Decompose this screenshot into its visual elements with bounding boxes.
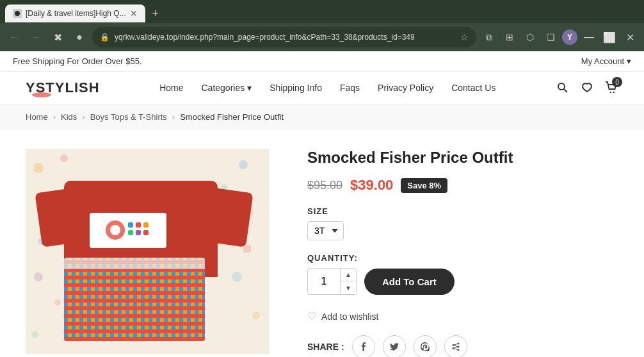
product-section: Smocked Fisher Price Outfit $95.00 $39.0… [0,129,644,357]
wishlist-row[interactable]: ♡ Add to wishlist [307,310,618,322]
price-row: $95.00 $39.00 Save 8% [307,177,618,194]
twitter-share-button[interactable] [383,335,406,357]
size-select[interactable]: 1T 2T 3T 4T 5T [307,221,344,240]
shorts-waistband [64,258,205,269]
maximize-button[interactable]: ⬜ [600,28,618,46]
breadcrumb: Home › Kids › Boys Tops & T-Shirts › Smo… [0,104,644,129]
shirt-graphic-svg [96,216,160,245]
tab-title: [Daily & travel items]High Q... [26,9,126,18]
reload-button[interactable]: ✖ [49,28,67,46]
my-account-label: My Account [581,56,624,66]
breadcrumb-kids[interactable]: Kids [61,112,77,122]
minimize-button[interactable]: — [580,28,598,46]
forward-button[interactable]: → [27,28,45,46]
tab-favicon [13,9,22,18]
quantity-increase-button[interactable]: ▲ [341,269,356,281]
twitter-icon [390,342,399,351]
logo-decoration [32,92,51,97]
nav-faqs[interactable]: Faqs [340,83,360,93]
my-account-button[interactable]: My Account ▾ [581,56,631,66]
add-to-cart-button[interactable]: Add To Cart [364,269,455,295]
extension-icon-1[interactable]: ⬡ [521,28,539,46]
svg-point-13 [252,311,260,319]
svg-point-1 [558,83,565,90]
svg-point-14 [32,331,38,338]
tab-bar: [Daily & travel items]High Q... ✕ + [0,0,644,23]
svg-point-10 [34,272,43,281]
quantity-row: ▲ ▼ Add To Cart [307,268,618,295]
profile-extensions[interactable]: ⊞ [501,28,519,46]
browser-actions: ⧉ ⊞ ⬡ ❏ Y — ⬜ ✕ [480,28,639,46]
svg-point-0 [15,11,20,16]
breadcrumb-sep-3: › [172,112,175,122]
quantity-section: QUANTITY: ▲ ▼ Add To Cart [307,253,618,295]
header-actions: 0 [556,81,618,95]
lock-icon: 🔒 [100,33,109,42]
quantity-label: QUANTITY: [307,253,618,263]
svg-line-2 [564,89,567,92]
svg-rect-21 [143,222,149,228]
nav-shipping-info[interactable]: Shipping Info [270,83,322,93]
svg-point-5 [33,163,44,173]
svg-point-6 [60,154,68,162]
svg-line-30 [453,344,458,345]
svg-line-33 [453,349,458,351]
wishlist-label: Add to wishlist [321,311,378,322]
nav-categories[interactable]: Categories ▾ [201,83,252,93]
address-bar[interactable]: 🔒 yqrkw.valideye.top/index.php?main_page… [92,27,476,47]
nav-home[interactable]: Home [159,83,183,93]
tab-close-button[interactable]: ✕ [130,8,138,19]
pinterest-share-button[interactable] [414,335,437,357]
svg-rect-20 [136,222,141,228]
shirt-sleeve-right [207,188,253,247]
facebook-share-button[interactable] [352,335,375,357]
svg-rect-19 [128,222,133,228]
share-icon [451,342,460,351]
quantity-decrease-button[interactable]: ▼ [341,281,356,294]
new-tab-button[interactable]: + [148,6,163,21]
cart-badge: 0 [612,77,622,87]
breadcrumb-sep-2: › [82,112,85,122]
nav-privacy-policy[interactable]: Privacy Policy [378,83,433,93]
back-button[interactable]: ← [5,28,23,46]
svg-rect-23 [136,230,141,235]
extensions-button[interactable]: ⧉ [480,28,498,46]
shirt-graphic [90,213,166,248]
product-title: Smocked Fisher Price Outfit [307,149,618,167]
nav-contact-us[interactable]: Contact Us [451,83,495,93]
search-icon[interactable] [556,81,570,95]
page-content: Free Shipping For Order Over $55. My Acc… [0,51,644,357]
original-price: $95.00 [307,179,342,192]
svg-line-31 [453,345,458,347]
svg-point-4 [613,92,615,93]
cart-wrapper[interactable]: 0 [604,81,618,95]
quantity-control: ▲ ▼ [307,268,357,295]
bookmark-icon[interactable]: ☆ [460,32,469,42]
other-share-button[interactable] [444,335,467,357]
home-button[interactable]: ● [70,28,88,46]
breadcrumb-home[interactable]: Home [26,112,48,122]
svg-point-11 [54,299,61,306]
quantity-buttons: ▲ ▼ [340,269,356,294]
browser-controls: ← → ✖ ● 🔒 yqrkw.valideye.top/index.php?m… [0,23,644,51]
browser-chrome: [Daily & travel items]High Q... ✕ + ← → … [0,0,644,51]
close-window-button[interactable]: ✕ [621,28,639,46]
shorts [64,258,205,341]
shipping-banner: Free Shipping For Order Over $55. My Acc… [0,51,644,72]
pinterest-icon [421,342,430,351]
svg-point-12 [232,272,242,282]
svg-point-18 [110,225,120,235]
breadcrumb-boys-tops[interactable]: Boys Tops & T-Shirts [90,112,167,122]
profile-button[interactable]: Y [562,29,577,45]
site-logo[interactable]: YSTYLISH [26,79,100,96]
wishlist-icon[interactable] [580,81,594,95]
svg-point-7 [239,160,248,169]
product-image [26,149,269,354]
extension-icon-2[interactable]: ❏ [542,28,559,46]
svg-rect-24 [143,230,149,235]
svg-line-32 [453,347,458,349]
browser-tab[interactable]: [Daily & travel items]High Q... ✕ [5,4,145,22]
share-label: SHARE : [307,342,344,352]
quantity-input[interactable] [308,270,340,292]
svg-rect-22 [128,230,133,235]
